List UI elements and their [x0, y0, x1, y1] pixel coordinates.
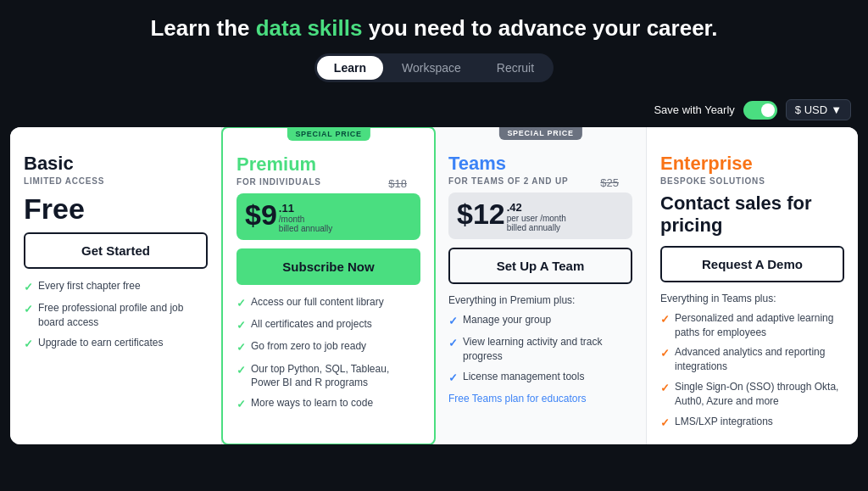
- list-item: ✓Personalized and adaptive learning path…: [660, 311, 844, 340]
- premium-price-box: $9 .11 /month billed annually: [236, 193, 420, 240]
- check-icon: ✓: [448, 314, 458, 329]
- list-item: ✓Go from zero to job ready: [236, 339, 420, 355]
- check-icon: ✓: [660, 381, 670, 396]
- list-item: ✓License management tools: [448, 370, 632, 386]
- currency-selector[interactable]: $ USD ▼: [786, 99, 851, 120]
- premium-price-detail: .11 /month billed annually: [279, 202, 332, 233]
- premium-plan-name: Premium: [236, 153, 420, 176]
- premium-price-cents: .11: [279, 202, 332, 215]
- basic-cta-button[interactable]: Get Started: [24, 232, 208, 269]
- check-icon: ✓: [236, 318, 246, 333]
- enterprise-price: Contact sales for pricing: [660, 192, 844, 237]
- chevron-down-icon: ▼: [831, 103, 842, 116]
- tab-workspace[interactable]: Workspace: [385, 56, 478, 80]
- check-icon: ✓: [24, 280, 33, 295]
- premium-feature-list: ✓Access our full content library ✓All ce…: [236, 295, 420, 412]
- check-icon: ✓: [24, 302, 33, 317]
- basic-feature-list: ✓Every first chapter free ✓Free professi…: [24, 279, 208, 352]
- save-label: Save with Yearly: [654, 103, 734, 116]
- teams-plan-name: Teams: [448, 153, 632, 175]
- list-item: ✓Upgrade to earn certificates: [24, 336, 208, 352]
- enterprise-plan-name: Enterprise: [660, 153, 844, 175]
- list-item: ✓Access our full content library: [236, 295, 420, 311]
- tab-bar: Learn Workspace Recruit: [314, 53, 554, 82]
- teams-cta-button[interactable]: Set Up A Team: [448, 248, 632, 284]
- teams-features-intro: Everything in Premium plus:: [448, 294, 632, 306]
- check-icon: ✓: [448, 336, 458, 351]
- teams-feature-list: ✓Manage your group ✓View learning activi…: [448, 313, 632, 386]
- basic-plan-name: Basic: [24, 153, 208, 175]
- check-icon: ✓: [236, 397, 246, 412]
- check-icon: ✓: [660, 416, 670, 431]
- check-icon: ✓: [236, 340, 246, 355]
- premium-price-main: $9: [245, 200, 277, 229]
- pricing-section: Basic LIMITED ACCESS Free Get Started ✓E…: [10, 127, 858, 444]
- controls-bar: Save with Yearly $ USD ▼: [0, 92, 868, 127]
- header: Learn the data skills you need to advanc…: [0, 0, 868, 92]
- list-item: ✓Every first chapter free: [24, 279, 208, 295]
- enterprise-plan-subtitle: BESPOKE SOLUTIONS: [660, 176, 844, 186]
- check-icon: ✓: [660, 312, 670, 327]
- teams-price-cents: .42: [507, 201, 566, 214]
- teams-price-detail: .42 per user /month billed annually: [507, 201, 566, 232]
- teams-special-badge: SPECIAL PRICE: [498, 127, 581, 140]
- premium-old-price: $18: [388, 177, 407, 190]
- list-item: ✓Our top Python, SQL, Tableau, Power BI …: [236, 362, 420, 391]
- teams-price-period: per user /month: [507, 214, 566, 223]
- list-item: ✓Free professional profile and job board…: [24, 301, 208, 330]
- headline: Learn the data skills you need to advanc…: [17, 15, 851, 42]
- basic-price: Free: [24, 192, 208, 226]
- tab-learn[interactable]: Learn: [317, 56, 383, 80]
- list-item: ✓LMS/LXP integrations: [660, 415, 844, 431]
- list-item: ✓All certificates and projects: [236, 317, 420, 333]
- plan-premium: SPECIAL PRICE Premium $18 FOR INDIVIDUAL…: [221, 127, 436, 444]
- plan-basic: Basic LIMITED ACCESS Free Get Started ✓E…: [10, 127, 222, 444]
- check-icon: ✓: [236, 296, 246, 311]
- premium-special-badge: SPECIAL PRICE: [287, 127, 370, 141]
- premium-price-billed: billed annually: [279, 224, 332, 233]
- enterprise-features-intro: Everything in Teams plus:: [660, 293, 844, 304]
- list-item: ✓More ways to learn to code: [236, 396, 420, 412]
- enterprise-feature-list: ✓Personalized and adaptive learning path…: [660, 311, 844, 431]
- list-item: ✓Manage your group: [448, 313, 632, 329]
- list-item: ✓View learning activity and track progre…: [448, 335, 632, 364]
- teams-price-billed: billed annually: [507, 223, 566, 232]
- basic-plan-subtitle: LIMITED ACCESS: [24, 176, 208, 186]
- plan-enterprise: Enterprise BESPOKE SOLUTIONS Contact sal…: [647, 127, 858, 444]
- plan-teams: SPECIAL PRICE Teams $25 FOR TEAMS OF 2 A…: [435, 127, 647, 444]
- check-icon: ✓: [448, 371, 458, 386]
- premium-cta-button[interactable]: Subscribe Now: [236, 248, 420, 285]
- check-icon: ✓: [236, 363, 246, 378]
- tab-recruit[interactable]: Recruit: [480, 56, 551, 80]
- list-item: ✓Single Sign-On (SSO) through Okta, Auth…: [660, 380, 844, 409]
- free-teams-link[interactable]: Free Teams plan for educators: [448, 393, 632, 405]
- check-icon: ✓: [24, 337, 33, 352]
- list-item: ✓Advanced analytics and reporting integr…: [660, 345, 844, 374]
- yearly-toggle[interactable]: [743, 101, 777, 120]
- teams-price-box: $12 .42 per user /month billed annually: [448, 192, 632, 239]
- teams-price-main: $12: [457, 199, 505, 228]
- premium-price-period: /month: [279, 215, 332, 224]
- teams-old-price: $25: [600, 176, 619, 189]
- enterprise-cta-button[interactable]: Request A Demo: [660, 246, 844, 282]
- check-icon: ✓: [660, 346, 670, 361]
